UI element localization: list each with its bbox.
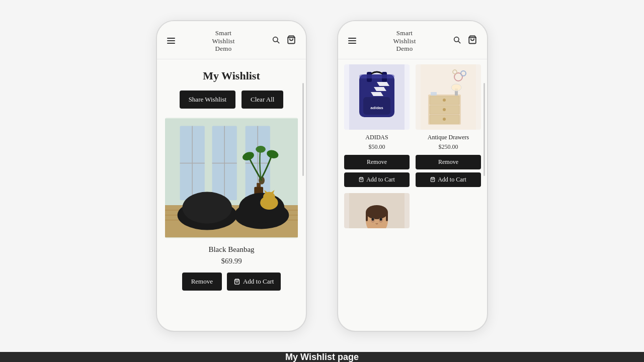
svg-point-52 (443, 99, 446, 102)
search-icon-left[interactable] (272, 36, 280, 46)
product-name-left: Black Beanbag (165, 245, 298, 254)
cart-icon-adidas (359, 177, 364, 182)
svg-rect-69 (386, 212, 388, 221)
svg-point-26 (182, 192, 232, 223)
remove-button-adidas[interactable]: Remove (344, 155, 410, 169)
card-actions-adidas: Remove Add to Cart (344, 155, 410, 187)
product-name-drawers: Antique Drawers (428, 134, 469, 141)
svg-point-67 (366, 205, 388, 219)
page-title-left: My Wishlist (165, 69, 298, 82)
cart-icon-drawers (430, 177, 435, 182)
card-actions-drawers: Remove Add to Cart (416, 155, 481, 187)
svg-line-1 (277, 41, 279, 43)
product-actions-left: Remove Add to Cart (165, 273, 298, 291)
svg-text:adidas: adidas (370, 106, 383, 110)
add-cart-button-adidas[interactable]: Add to Cart (344, 172, 410, 187)
left-phone-frame: SmartWishlistDemo My Wishlist Share Wish… (156, 20, 307, 332)
action-buttons: Share Wishlist Clear All (165, 90, 298, 109)
adidas-image: adidas (344, 64, 410, 130)
product-price-adidas: $50.00 (369, 143, 385, 151)
drawers-image (416, 64, 481, 130)
menu-icon-left[interactable] (167, 38, 175, 44)
bottom-bar: My Wishlist page (0, 352, 644, 362)
clear-all-button[interactable]: Clear All (242, 90, 283, 109)
right-nav: SmartWishlistDemo (338, 21, 487, 59)
left-phone-content: My Wishlist Share Wishlist Clear All (157, 59, 306, 331)
svg-point-56 (443, 118, 446, 121)
brand-left: SmartWishlistDemo (212, 29, 234, 53)
menu-icon-right[interactable] (348, 38, 356, 44)
add-cart-button-drawers[interactable]: Add to Cart (416, 172, 481, 187)
product-name-adidas: ADIDAS (365, 134, 388, 141)
share-wishlist-button[interactable]: Share Wishlist (180, 90, 235, 109)
nav-icons-right (453, 35, 477, 46)
cart-icon-left[interactable] (287, 35, 296, 46)
svg-point-28 (239, 193, 285, 222)
cart-icon-right[interactable] (468, 35, 477, 46)
svg-point-24 (256, 146, 266, 153)
cart-icon-btn-left (234, 279, 240, 285)
beanbag-image (165, 118, 298, 238)
svg-rect-68 (366, 212, 368, 221)
svg-point-72 (372, 218, 374, 221)
search-icon-right[interactable] (453, 36, 461, 46)
svg-rect-63 (431, 92, 437, 96)
remove-button-left[interactable]: Remove (182, 273, 222, 291)
svg-line-35 (458, 41, 460, 43)
right-phone-content: adidas ADIDAS $50.00 Remove A (338, 59, 487, 331)
left-nav: SmartWishlistDemo (157, 21, 306, 59)
product-card-adidas: adidas ADIDAS $50.00 Remove A (344, 64, 410, 187)
product-card-person (344, 193, 410, 232)
svg-point-73 (380, 218, 382, 221)
add-cart-button-left[interactable]: Add to Cart (227, 273, 281, 291)
svg-point-30 (263, 192, 275, 202)
nav-icons-left (272, 35, 296, 46)
remove-button-drawers[interactable]: Remove (416, 155, 481, 169)
main-area: SmartWishlistDemo My Wishlist Share Wish… (0, 0, 644, 352)
bottom-bar-label: My Wishlist page (285, 352, 359, 362)
products-grid: adidas ADIDAS $50.00 Remove A (344, 64, 481, 232)
product-price-left: $69.99 (165, 257, 298, 265)
product-price-drawers: $250.00 (439, 143, 458, 151)
svg-rect-46 (359, 74, 394, 78)
right-phone-frame: SmartWishlistDemo (337, 20, 488, 332)
person-image (344, 193, 410, 228)
svg-point-54 (443, 108, 446, 111)
brand-right: SmartWishlistDemo (393, 29, 416, 53)
product-card-drawers: Antique Drawers $250.00 Remove Add to Ca… (416, 64, 481, 187)
